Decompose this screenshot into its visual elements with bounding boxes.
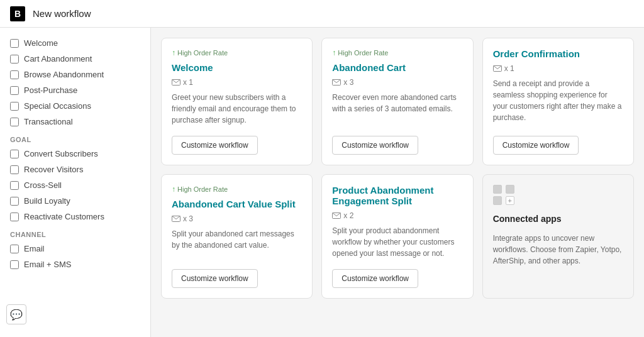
mail-icon (172, 79, 180, 86)
card-description: Recover even more abandoned carts with a… (332, 92, 462, 126)
sidebar-checkbox[interactable] (10, 86, 19, 95)
card-description: Greet your new subscribers with a friend… (172, 92, 302, 126)
card-badge: High Order Rate (172, 48, 302, 57)
sidebar-goal-item[interactable]: Recover Visitors (0, 162, 150, 177)
customize-workflow-button[interactable]: Customize workflow (172, 136, 258, 155)
workflow-card: High Order Rate Welcome x 1 Greet your n… (161, 38, 313, 165)
card-title[interactable]: Abandoned Cart Value Split (172, 199, 302, 209)
sidebar-item-label: Transactional (24, 117, 73, 126)
app-icon-plus: + (506, 196, 514, 205)
sidebar-item-label: Reactivate Customers (24, 212, 104, 221)
mail-icon (332, 213, 341, 219)
workflow-card: High Order Rate Abandoned Cart Value Spl… (161, 174, 313, 299)
sidebar-checkbox[interactable] (10, 245, 19, 253)
mail-icon (332, 79, 341, 86)
sidebar-channel-item[interactable]: Email + SMS (0, 257, 150, 272)
mail-icon (493, 65, 502, 72)
apps-icons-grid: + (493, 185, 516, 205)
sidebar-item-label: Welcome (24, 38, 58, 48)
card-badge: High Order Rate (172, 185, 302, 194)
connected-apps-title: Connected apps (493, 214, 623, 224)
sidebar-channel-item[interactable]: Email (0, 241, 150, 257)
header-title: New workflow (33, 8, 91, 19)
sidebar-item-label: Recover Visitors (24, 165, 83, 174)
customize-workflow-button[interactable]: Customize workflow (172, 269, 258, 288)
sidebar-goal-item[interactable]: Convert Subscribers (0, 146, 150, 162)
sidebar-goal-item[interactable]: Build Loyalty (0, 193, 150, 209)
app-icon-2 (506, 185, 514, 194)
logo: B (10, 6, 25, 21)
sidebar-item-label: Browse Abandonment (24, 70, 104, 79)
customize-workflow-button[interactable]: Customize workflow (332, 269, 418, 288)
sidebar-item-label: Cross-Sell (24, 180, 62, 190)
sidebar-section-goal: GOAL (0, 130, 150, 146)
card-title[interactable]: Order Confirmation (493, 48, 623, 59)
card-meta: x 3 (332, 78, 462, 87)
sidebar-category-item[interactable]: Post-Purchase (0, 82, 150, 98)
sidebar-item-label: Special Occasions (24, 101, 91, 111)
sidebar-goal-item[interactable]: Cross-Sell (0, 177, 150, 193)
sidebar-checkbox[interactable] (10, 55, 19, 64)
card-description: Split your abandoned cart messages by th… (172, 228, 302, 259)
sidebar-checkbox[interactable] (10, 260, 19, 269)
sidebar-category-item[interactable]: Welcome (0, 35, 150, 51)
sidebar-item-label: Cart Abandonment (24, 54, 92, 64)
connected-apps-card: + Connected apps Integrate apps to uncov… (482, 174, 634, 299)
sidebar-item-label: Build Loyalty (24, 196, 70, 206)
sidebar-checkbox[interactable] (10, 213, 19, 221)
sidebar-item-label: Email (24, 244, 45, 253)
card-title[interactable]: Welcome (172, 62, 302, 73)
sidebar-checkbox[interactable] (10, 165, 19, 174)
customize-workflow-button[interactable]: Customize workflow (493, 136, 579, 155)
mail-icon (172, 216, 180, 222)
header: B New workflow (0, 0, 644, 28)
sidebar-checkbox[interactable] (10, 118, 19, 126)
chat-icon: 💬 (10, 309, 23, 321)
customize-workflow-button[interactable]: Customize workflow (332, 136, 418, 155)
workflow-card: High Order Rate Abandoned Cart x 3 Recov… (321, 38, 473, 165)
sidebar-category-item[interactable]: Cart Abandonment (0, 51, 150, 67)
sidebar-item-label: Post-Purchase (24, 86, 77, 95)
card-badge: High Order Rate (332, 48, 462, 57)
connected-apps-description: Integrate apps to uncover new workflows.… (493, 233, 623, 267)
bottom-nav-button[interactable]: 💬 (6, 304, 26, 324)
sidebar-section-channel: CHANNEL (0, 224, 150, 241)
app-icon-3 (493, 196, 502, 205)
sidebar-checkbox[interactable] (10, 102, 19, 111)
sidebar: WelcomeCart AbandonmentBrowse Abandonmen… (0, 28, 151, 337)
card-title[interactable]: Product Abandonment Engagement Split (332, 185, 462, 206)
sidebar-item-label: Email + SMS (24, 260, 72, 269)
sidebar-checkbox[interactable] (10, 181, 19, 190)
sidebar-checkbox[interactable] (10, 150, 19, 158)
card-title[interactable]: Abandoned Cart (332, 62, 462, 73)
card-meta: x 1 (493, 64, 623, 73)
card-description: Send a receipt and provide a seamless sh… (493, 78, 623, 126)
sidebar-checkbox[interactable] (10, 197, 19, 206)
sidebar-checkbox[interactable] (10, 70, 19, 79)
workflow-card: Order Confirmation x 1 Send a receipt an… (482, 38, 634, 165)
sidebar-checkbox[interactable] (10, 39, 19, 48)
sidebar-category-item[interactable]: Transactional (0, 114, 150, 130)
sidebar-goal-item[interactable]: Reactivate Customers (0, 209, 150, 224)
content-area: High Order Rate Welcome x 1 Greet your n… (151, 28, 644, 337)
sidebar-category-item[interactable]: Browse Abandonment (0, 67, 150, 82)
sidebar-category-item[interactable]: Special Occasions (0, 98, 150, 114)
app-icon-1 (493, 185, 502, 194)
card-meta: x 1 (172, 78, 302, 87)
sidebar-item-label: Convert Subscribers (24, 149, 98, 158)
card-description: Split your product abandonment workflow … (332, 225, 462, 259)
card-meta: x 2 (332, 211, 462, 220)
workflow-card: Product Abandonment Engagement Split x 2… (321, 174, 473, 299)
card-meta: x 3 (172, 214, 302, 223)
